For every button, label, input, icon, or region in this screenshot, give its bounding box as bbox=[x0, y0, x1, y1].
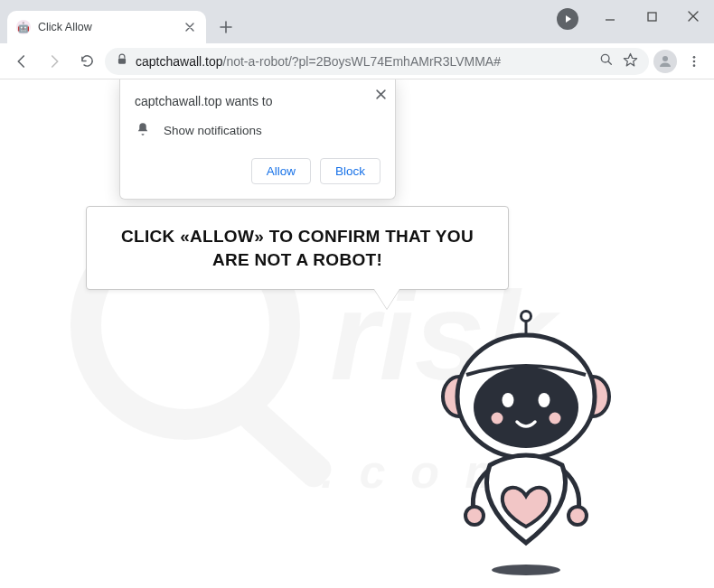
browser-toolbar: captchawall.top/not-a-robot/?pl=2BoysWL7… bbox=[0, 43, 714, 79]
tab-title: Click Allow bbox=[38, 21, 183, 33]
permission-label: Show notifications bbox=[164, 124, 262, 137]
svg-point-18 bbox=[503, 393, 514, 407]
svg-point-19 bbox=[539, 393, 550, 407]
window-minimize-button[interactable] bbox=[589, 0, 631, 33]
svg-rect-0 bbox=[648, 13, 656, 21]
window-maximize-button[interactable] bbox=[631, 0, 672, 33]
bookmark-star-button[interactable] bbox=[623, 52, 638, 70]
browser-tab[interactable]: 🤖 Click Allow bbox=[7, 11, 206, 43]
plus-icon bbox=[220, 21, 232, 33]
media-control-chip[interactable] bbox=[557, 8, 578, 30]
address-bar[interactable]: captchawall.top/not-a-robot/?pl=2BoysWL7… bbox=[105, 48, 649, 75]
menu-button[interactable] bbox=[681, 49, 707, 74]
nav-back-button[interactable] bbox=[7, 47, 36, 76]
permission-origin-text: captchawall.top wants to bbox=[135, 94, 380, 108]
svg-point-13 bbox=[521, 312, 531, 322]
svg-point-23 bbox=[568, 507, 587, 525]
svg-point-6 bbox=[693, 64, 696, 67]
svg-rect-1 bbox=[118, 59, 126, 64]
svg-point-20 bbox=[492, 413, 503, 425]
avatar-icon bbox=[653, 50, 677, 73]
svg-point-21 bbox=[550, 413, 561, 425]
bubble-tail bbox=[374, 289, 399, 309]
robot-image bbox=[425, 310, 628, 584]
nav-reload-button[interactable] bbox=[72, 47, 101, 76]
close-icon bbox=[376, 89, 386, 99]
notification-permission-popup: captchawall.top wants to Show notificati… bbox=[119, 79, 396, 200]
url-path: /not-a-robot/?pl=2BoysWL74EmhAMrR3LVMMA# bbox=[223, 54, 501, 69]
bubble-line1: CLICK «ALLOW» TO CONFIRM THAT YOU bbox=[121, 227, 474, 246]
svg-point-17 bbox=[474, 367, 578, 448]
tab-favicon: 🤖 bbox=[16, 20, 31, 34]
minimize-icon bbox=[605, 11, 615, 22]
kebab-icon bbox=[687, 54, 701, 69]
window-controls bbox=[589, 0, 714, 33]
nav-forward-button bbox=[40, 47, 69, 76]
reload-icon bbox=[80, 53, 95, 69]
titlebar: 🤖 Click Allow bbox=[0, 0, 714, 43]
svg-point-5 bbox=[693, 60, 696, 62]
svg-point-22 bbox=[465, 507, 484, 525]
bubble-text: CLICK «ALLOW» TO CONFIRM THAT YOU ARE NO… bbox=[101, 225, 493, 271]
svg-point-11 bbox=[492, 565, 560, 575]
arrow-right-icon bbox=[46, 53, 62, 70]
svg-point-3 bbox=[662, 56, 668, 61]
bubble-line2: ARE NOT A ROBOT! bbox=[212, 250, 382, 269]
search-icon[interactable] bbox=[599, 52, 614, 70]
speech-bubble: CLICK «ALLOW» TO CONFIRM THAT YOU ARE NO… bbox=[86, 206, 509, 290]
svg-rect-8 bbox=[234, 396, 336, 492]
permission-close-button[interactable] bbox=[376, 89, 386, 102]
close-icon bbox=[688, 11, 699, 22]
close-icon bbox=[185, 23, 194, 32]
window-close-button[interactable] bbox=[672, 0, 714, 33]
permission-block-button[interactable]: Block bbox=[320, 158, 380, 184]
permission-allow-button[interactable]: Allow bbox=[251, 158, 311, 184]
page-content: risk .com captchawall.top wants to Show … bbox=[0, 79, 714, 588]
bell-icon bbox=[135, 121, 151, 140]
new-tab-button[interactable] bbox=[213, 14, 239, 40]
tab-close-button[interactable] bbox=[183, 20, 197, 34]
profile-avatar-button[interactable] bbox=[653, 49, 678, 74]
url-host: captchawall.top bbox=[136, 54, 223, 69]
arrow-left-icon bbox=[14, 53, 30, 70]
lock-icon bbox=[116, 53, 128, 69]
maximize-icon bbox=[647, 12, 657, 22]
svg-point-4 bbox=[693, 56, 696, 59]
